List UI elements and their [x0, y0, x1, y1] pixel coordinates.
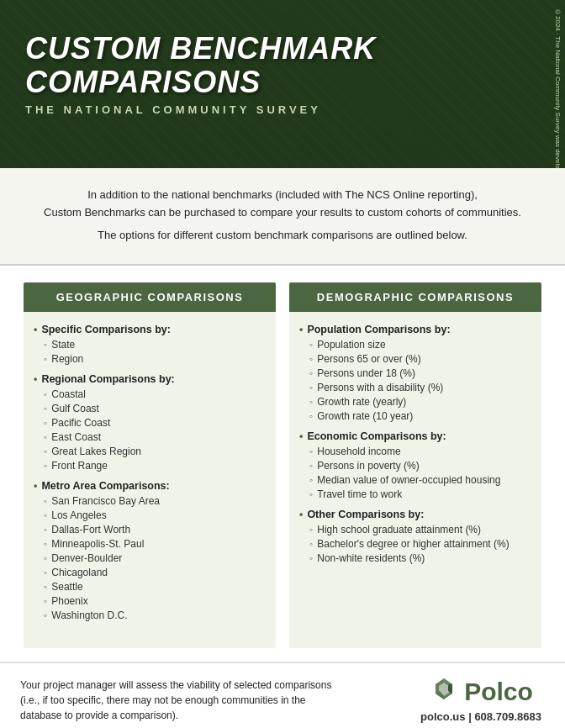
intro-line2: The options for different custom benchma… — [34, 227, 531, 245]
list-item: Minneapolis-St. Paul — [40, 538, 262, 550]
list-item: High school graduate attainment (%) — [306, 524, 528, 535]
demographic-column: Demographic Comparisons Population Compa… — [282, 282, 548, 648]
geo-section3-items: San Francisco Bay Area Los Angeles Dalla… — [40, 495, 262, 621]
contact-info: polco.us | 608.709.8683 — [420, 710, 541, 723]
polco-logo-icon — [429, 677, 459, 707]
demo-section2-label: Economic Comparisons by: — [299, 430, 446, 442]
geographic-section-2: Regional Comparisons by: Coastal Gulf Co… — [34, 373, 262, 472]
list-item: Growth rate (10 year) — [306, 410, 528, 422]
list-item: Persons in poverty (%) — [306, 460, 528, 472]
list-item: Persons with a disability (%) — [306, 382, 528, 393]
geo-section2-label: Regional Comparisons by: — [34, 373, 175, 385]
list-item: Coastal — [40, 388, 262, 400]
list-item: Seattle — [40, 581, 262, 593]
list-item: Dallas-Fort Worth — [40, 524, 262, 535]
footer-logo-block: Polco polco.us | 608.709.8683 — [414, 677, 548, 723]
demo-section2-items: Household income Persons in poverty (%) … — [306, 446, 528, 500]
demographic-header: Demographic Comparisons — [289, 282, 541, 312]
list-item: Bachelor's degree or higher attainment (… — [306, 538, 528, 550]
footer-line3: database to provide a comparison). — [20, 710, 178, 721]
list-item: Persons 65 or over (%) — [306, 353, 528, 365]
list-item: San Francisco Bay Area — [40, 495, 262, 507]
list-item: Growth rate (yearly) — [306, 396, 528, 408]
list-item: Chicagoland — [40, 567, 262, 578]
comparison-columns: Geographic Comparisons Specific Comparis… — [0, 266, 565, 662]
list-item: Median value of owner-occupied housing — [306, 474, 528, 486]
geographic-column: Geographic Comparisons Specific Comparis… — [17, 282, 282, 648]
list-item: Persons under 18 (%) — [306, 367, 528, 379]
demographic-list: Population Comparisons by: Population si… — [299, 324, 528, 564]
polco-name: Polco — [464, 678, 533, 706]
demo-section3-items: High school graduate attainment (%) Bach… — [306, 524, 528, 564]
list-item: State — [40, 339, 262, 351]
demo-section1-items: Population size Persons 65 or over (%) P… — [306, 339, 528, 422]
demographic-body: Population Comparisons by: Population si… — [289, 312, 541, 648]
header-section: Custom Benchmark Comparisons The Nationa… — [0, 0, 565, 168]
geo-section2-items: Coastal Gulf Coast Pacific Coast East Co… — [40, 388, 262, 472]
geographic-section-3: Metro Area Comparisons: San Francisco Ba… — [34, 480, 262, 621]
list-item: Pacific Coast — [40, 417, 262, 429]
list-item: Great Lakes Region — [40, 446, 262, 457]
geographic-section-1: Specific Comparisons by: State Region — [34, 324, 262, 365]
list-item: Los Angeles — [40, 509, 262, 521]
list-item: Denver-Boulder — [40, 552, 262, 564]
list-item: Population size — [306, 339, 528, 351]
demo-section3-label: Other Comparisons by: — [299, 509, 424, 520]
geographic-list: Specific Comparisons by: State Region Re… — [34, 324, 262, 621]
demographic-section-1: Population Comparisons by: Population si… — [299, 324, 528, 422]
list-item: East Coast — [40, 431, 262, 443]
list-item: Gulf Coast — [40, 403, 262, 414]
geo-section3-label: Metro Area Comparisons: — [34, 480, 170, 492]
geo-section1-label: Specific Comparisons by: — [34, 324, 171, 335]
demo-section1-label: Population Comparisons by: — [299, 324, 451, 335]
list-item: Phoenix — [40, 595, 262, 607]
intro-section: In addition to the national benchmarks (… — [0, 168, 565, 266]
geographic-body: Specific Comparisons by: State Region Re… — [24, 312, 276, 648]
header-text-block: Custom Benchmark Comparisons The Nationa… — [0, 0, 565, 133]
demographic-section-3: Other Comparisons by: High school gradua… — [299, 509, 528, 564]
copyright-text: ©2024 · The National Community Survey wa… — [554, 8, 562, 160]
list-item: Travel time to work — [306, 488, 528, 500]
list-item: Household income — [306, 446, 528, 457]
intro-line1: In addition to the national benchmarks (… — [34, 187, 531, 222]
list-item: Region — [40, 353, 262, 365]
footer-line2: (i.e., if too specific, there may not be… — [20, 694, 306, 706]
demographic-section-2: Economic Comparisons by: Household incom… — [299, 430, 528, 500]
footer-section: Your project manager will assess the via… — [0, 662, 565, 728]
main-title: Custom Benchmark Comparisons — [25, 32, 540, 98]
geo-section1-items: State Region — [40, 339, 262, 365]
footer-line1: Your project manager will assess the via… — [20, 679, 331, 691]
list-item: Front Range — [40, 460, 262, 472]
survey-subtitle: The National Community Survey — [25, 103, 540, 116]
list-item: Washington D.C. — [40, 609, 262, 621]
geographic-header: Geographic Comparisons — [24, 282, 276, 312]
footer-text-block: Your project manager will assess the via… — [20, 678, 414, 723]
list-item: Non-white residents (%) — [306, 552, 528, 564]
logo-brand: Polco — [429, 677, 533, 707]
